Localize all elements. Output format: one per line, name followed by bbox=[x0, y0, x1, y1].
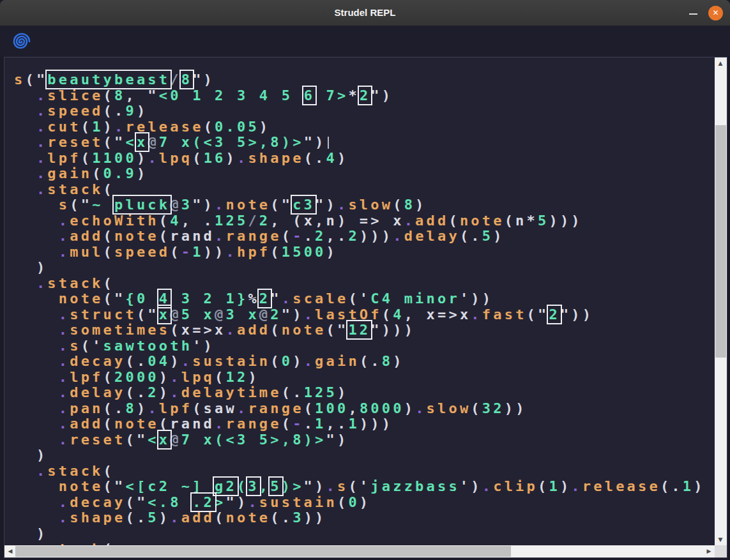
code-token: (. bbox=[460, 228, 482, 244]
code-token: . bbox=[415, 400, 426, 416]
code-token: 125 bbox=[304, 384, 337, 400]
code-token: gain bbox=[315, 353, 360, 369]
code-lines[interactable]: s("beautybeast/8") .slice(8, "<0 1 2 3 4… bbox=[4, 57, 715, 545]
code-token: . bbox=[237, 400, 248, 416]
code-token: . bbox=[59, 384, 70, 400]
code-token: ( bbox=[103, 87, 114, 103]
code-line: s("beautybeast/8") bbox=[14, 72, 715, 88]
code-token: ") bbox=[326, 432, 349, 448]
code-token: . bbox=[304, 228, 315, 244]
code-token: (. bbox=[282, 384, 304, 400]
code-token: ( bbox=[471, 400, 482, 416]
scroll-left-icon[interactable]: ◀ bbox=[5, 546, 15, 556]
window-title: Strudel REPL bbox=[0, 0, 730, 26]
code-token: 7 x(<3 5>,8)> bbox=[181, 432, 326, 448]
code-token: 8 bbox=[114, 87, 125, 103]
code-token: ) bbox=[159, 384, 170, 400]
active-event-highlight: c3 bbox=[293, 197, 315, 213]
code-token: (n* bbox=[505, 213, 538, 229]
code-token: . bbox=[36, 134, 47, 150]
titlebar[interactable]: Strudel REPL ✕ bbox=[0, 0, 730, 26]
code-line: .add(note(rand.range(-.1,.1))) bbox=[14, 416, 715, 432]
code-token: shape bbox=[248, 150, 303, 166]
code-token: 125 bbox=[215, 213, 248, 229]
code-token: . bbox=[36, 275, 47, 291]
code-token: , x=>x bbox=[404, 306, 471, 322]
scroll-down-icon[interactable]: ▼ bbox=[715, 534, 726, 545]
code-token: ( bbox=[204, 119, 215, 135]
code-line: .cut(1).release(0.05) bbox=[14, 119, 715, 135]
code-token: x bbox=[192, 306, 215, 322]
code-line: .struct("x@5 x@3 x@2").lastOf(4, x=>x.fa… bbox=[14, 307, 715, 323]
code-editor[interactable]: s("beautybeast/8") .slice(8, "<0 1 2 3 4… bbox=[4, 57, 727, 558]
code-token: , bbox=[348, 400, 359, 416]
minimize-button[interactable] bbox=[687, 0, 701, 26]
code-token: 12 bbox=[226, 369, 248, 385]
code-token: . bbox=[59, 510, 70, 526]
code-token: ) bbox=[159, 510, 170, 526]
code-token: lpq bbox=[181, 369, 215, 385]
code-token: ( bbox=[270, 353, 281, 369]
close-icon: ✕ bbox=[712, 8, 719, 17]
active-event-highlight: .2 bbox=[192, 494, 215, 510]
close-button[interactable]: ✕ bbox=[708, 6, 723, 20]
code-token: lastOf bbox=[315, 306, 382, 322]
code-token: note bbox=[282, 322, 326, 338]
code-token: sustain bbox=[259, 494, 337, 510]
strudel-logo-icon[interactable] bbox=[13, 33, 31, 50]
code-token: ) bbox=[337, 384, 348, 400]
code-token: 0.9 bbox=[103, 165, 137, 181]
code-token: 1 bbox=[549, 478, 559, 494]
code-token: . bbox=[282, 291, 293, 306]
code-token: ) bbox=[293, 353, 303, 369]
code-line: .lpf(2000).lpq(12) bbox=[14, 370, 715, 386]
code-token: ( bbox=[103, 416, 114, 432]
code-token: . bbox=[59, 369, 70, 385]
code-token: ( bbox=[382, 306, 393, 322]
code-token: lpf bbox=[47, 150, 80, 166]
code-token: ) bbox=[326, 244, 337, 260]
code-token: )) bbox=[505, 400, 527, 416]
code-token: ( bbox=[215, 510, 225, 526]
code-token: @ bbox=[170, 432, 181, 448]
code-token: (" bbox=[527, 306, 549, 322]
code-token: ( bbox=[538, 478, 549, 494]
code-token: " bbox=[270, 291, 281, 306]
code-token: (rand bbox=[159, 416, 215, 432]
code-token: 9 bbox=[125, 103, 136, 119]
code-token: s bbox=[337, 478, 348, 494]
code-token: 8 bbox=[125, 400, 136, 416]
code-token: ( bbox=[103, 244, 114, 260]
code-token: ( bbox=[304, 400, 315, 416]
code-token: mul bbox=[70, 244, 103, 260]
code-token: . bbox=[59, 322, 70, 338]
scroll-right-icon[interactable]: ▶ bbox=[704, 546, 714, 556]
code-token: (saw bbox=[192, 400, 237, 416]
code-token: 16 bbox=[204, 150, 226, 166]
code-token: (. bbox=[103, 400, 126, 416]
code-token: 1 bbox=[348, 416, 359, 432]
code-token: - bbox=[293, 228, 303, 244]
scroll-up-icon[interactable]: ▲ bbox=[715, 58, 726, 68]
code-token: lpf bbox=[159, 400, 192, 416]
code-token: ") bbox=[192, 197, 215, 213]
vertical-scrollbar-thumb[interactable] bbox=[715, 125, 726, 358]
horizontal-scrollbar-thumb[interactable] bbox=[15, 546, 511, 557]
code-token: / bbox=[248, 213, 259, 229]
code-token: (' bbox=[81, 338, 103, 354]
code-token: echoWith bbox=[70, 213, 159, 229]
code-token: ( bbox=[237, 478, 248, 494]
code-token: hpf bbox=[237, 244, 270, 260]
code-token: (" bbox=[103, 291, 126, 306]
code-token: ')) bbox=[460, 291, 493, 306]
code-token: (" bbox=[25, 72, 47, 87]
code-token: 2 bbox=[315, 228, 326, 244]
code-token: ( bbox=[103, 228, 114, 244]
code-token: 2 bbox=[148, 384, 158, 400]
code-line: .sometimes(x=>x.add(note("12"))) bbox=[14, 322, 715, 338]
vertical-scrollbar[interactable]: ▲ ▼ bbox=[715, 57, 727, 545]
horizontal-scrollbar[interactable]: ◀ ▶ bbox=[4, 545, 715, 557]
code-token: @ bbox=[170, 197, 181, 213]
code-token: 32 bbox=[482, 400, 505, 416]
code-token: ) bbox=[36, 447, 47, 463]
